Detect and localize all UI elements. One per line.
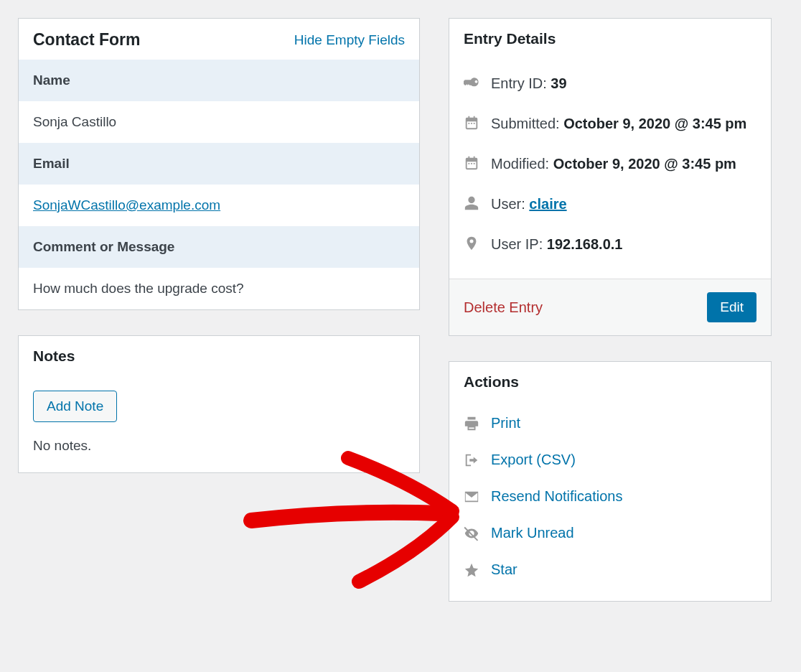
user-label: User: [491,196,529,212]
action-resend[interactable]: Resend Notifications [464,478,756,515]
submitted-value: October 9, 2020 @ 3:45 pm [563,116,746,131]
mail-icon [464,489,481,505]
entry-details-panel: Entry Details Entry ID: 39 Submitted: Oc… [449,18,772,336]
entry-details-title: Entry Details [449,19,771,57]
export-link[interactable]: Export (CSV) [491,452,576,468]
calendar-icon [464,155,481,171]
entry-id-label: Entry ID: [491,75,551,91]
print-link[interactable]: Print [491,415,520,431]
user-ip-label: User IP: [491,236,547,252]
user-icon [464,195,481,211]
export-icon [464,452,481,468]
name-value: Sonja Castillo [19,101,419,143]
email-link[interactable]: SonjaWCastillo@example.com [33,197,220,213]
delete-entry-link[interactable]: Delete Entry [464,299,543,316]
star-link[interactable]: Star [491,561,517,578]
comment-label: Comment or Message [19,226,419,268]
resend-link[interactable]: Resend Notifications [491,488,622,505]
user-ip-value: 192.168.0.1 [547,236,623,252]
actions-panel: Actions Print Export (CSV) [449,361,772,602]
notes-panel: Notes Add Note No notes. [18,335,420,473]
star-icon [464,562,481,578]
action-star[interactable]: Star [464,551,756,588]
email-label: Email [19,143,419,185]
hide-empty-fields-link[interactable]: Hide Empty Fields [294,32,405,48]
eye-slash-icon [464,526,481,541]
action-mark-unread[interactable]: Mark Unread [464,515,756,551]
no-notes-text: No notes. [33,438,405,454]
mark-unread-link[interactable]: Mark Unread [491,525,574,541]
modified-value: October 9, 2020 @ 3:45 pm [553,156,736,172]
print-icon [464,416,481,431]
action-export[interactable]: Export (CSV) [464,442,756,478]
key-icon [464,75,481,90]
edit-button[interactable]: Edit [707,292,756,322]
email-value: SonjaWCastillo@example.com [19,185,419,226]
add-note-button[interactable]: Add Note [33,391,117,422]
notes-title: Notes [19,336,419,375]
action-print[interactable]: Print [464,405,756,442]
submitted-label: Submitted: [491,116,563,131]
name-label: Name [19,60,419,101]
entry-id-value: 39 [551,75,566,91]
contact-form-panel: Contact Form Hide Empty Fields Name Sonj… [18,18,420,310]
location-icon [464,235,481,251]
comment-value: How much does the upgrade cost? [19,268,419,309]
actions-title: Actions [449,362,771,401]
contact-form-title: Contact Form [33,30,141,50]
user-link[interactable]: claire [529,196,566,212]
modified-label: Modified: [491,156,553,172]
calendar-icon [464,115,481,131]
